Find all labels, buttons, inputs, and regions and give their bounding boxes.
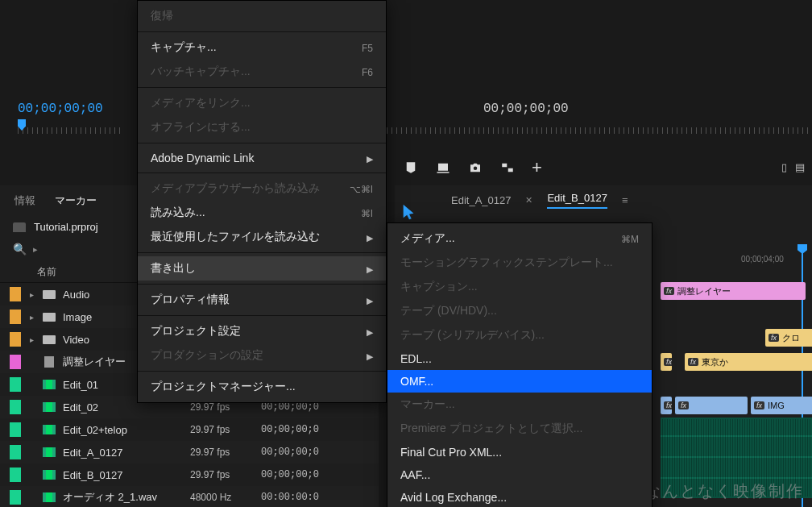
menu-item: マーカー... xyxy=(387,393,652,417)
menu-item[interactable]: キャプチャ...F5 xyxy=(138,35,386,60)
menu-item: テープ (DV/HDV)... xyxy=(387,299,652,323)
menu-item[interactable]: プロパティ情報▶ xyxy=(138,288,386,312)
menu-item[interactable]: Final Cut Pro XML... xyxy=(387,441,652,463)
timeline-ruler[interactable]: 00;00;04;00 xyxy=(661,255,812,269)
folder-icon xyxy=(42,311,56,322)
program-ruler[interactable] xyxy=(387,121,812,135)
clip-small[interactable]: fx xyxy=(661,353,672,371)
item-timecode: 00;00;00;0 xyxy=(261,424,319,435)
item-timecode: 00;00;00;0 xyxy=(261,401,319,413)
project-item[interactable]: Edit_02+telop 29.97 fps 00;00;00;0 xyxy=(0,418,379,441)
source-monitor: 00;00;00;00 xyxy=(0,0,137,161)
seq-icon xyxy=(42,379,56,390)
project-filename: Tutorial.prproj xyxy=(34,221,98,233)
menu-item: キャプション... xyxy=(387,275,652,299)
compare-icon[interactable] xyxy=(499,160,516,175)
menu-item[interactable]: 最近使用したファイルを読み込む▶ xyxy=(138,225,386,249)
clip-tokyo[interactable]: fx東京か xyxy=(685,353,812,371)
item-fps: 29.97 fps xyxy=(190,424,255,435)
item-fps: 48000 Hz xyxy=(190,492,255,503)
clip-v1a[interactable]: fx xyxy=(661,397,672,414)
tab-markers[interactable]: マーカー xyxy=(55,193,97,208)
label-color xyxy=(10,355,21,369)
new-item-icon[interactable]: ▤ xyxy=(795,161,805,173)
menu-item[interactable]: AAF... xyxy=(387,463,652,486)
file-menu: 復帰キャプチャ...F5バッチキャプチャ...F6メディアをリンク...オフライ… xyxy=(137,0,387,403)
folder-icon xyxy=(42,334,56,345)
export-submenu: メディア...⌘Mモーショングラフィックステンプレート...キャプション...テ… xyxy=(387,222,652,507)
menu-item[interactable]: OMF... xyxy=(387,370,652,393)
timeline-tab-b[interactable]: Edit_B_0127 xyxy=(547,192,607,209)
label-color xyxy=(10,445,21,459)
seq-icon xyxy=(42,401,56,413)
project-item[interactable]: Edit_A_0127 29.97 fps 00;00;00;0 xyxy=(0,441,379,463)
label-color xyxy=(10,332,21,347)
label-color xyxy=(10,287,21,301)
menu-item[interactable]: プロジェクト設定▶ xyxy=(138,319,386,343)
search-icon[interactable]: 🔍 xyxy=(13,243,27,256)
project-item[interactable]: オーディオ 2_1.wav 48000 Hz 00:00:00:0 xyxy=(0,486,379,507)
expand-icon[interactable]: ▸ xyxy=(27,313,35,322)
bin-icon[interactable]: ▯ xyxy=(781,161,787,173)
selection-tool-icon[interactable] xyxy=(400,203,418,221)
label-color xyxy=(10,310,21,324)
doc-icon xyxy=(42,356,56,368)
tab-info[interactable]: 情報 xyxy=(14,193,35,208)
timeline-tab-a[interactable]: Edit_A_0127 xyxy=(451,194,511,206)
camera-icon[interactable] xyxy=(467,160,483,175)
menu-item: メディアをリンク... xyxy=(138,91,386,115)
menu-item: 復帰 xyxy=(138,4,386,28)
panel-menu-icon[interactable]: ≡ xyxy=(622,194,628,206)
item-fps: 29.97 fps xyxy=(190,401,255,413)
clip-kuro[interactable]: fxクロ xyxy=(765,329,812,347)
seq-icon xyxy=(42,424,56,435)
source-ruler[interactable] xyxy=(18,121,122,135)
add-button-icon[interactable]: + xyxy=(532,157,542,178)
menu-item: オフラインにする... xyxy=(138,115,386,139)
menu-item[interactable]: EDL... xyxy=(387,347,652,370)
aud-icon xyxy=(42,492,56,503)
seq-icon xyxy=(42,447,56,458)
item-fps: 29.97 fps xyxy=(190,469,255,480)
export-frame-icon[interactable] xyxy=(435,160,451,175)
program-monitor: 00;00;00;00 + xyxy=(387,0,812,161)
expand-icon[interactable]: ▸ xyxy=(27,290,35,299)
seq-icon xyxy=(42,469,56,480)
clip-v1b[interactable]: fx xyxy=(675,397,748,414)
label-color xyxy=(10,468,21,482)
close-tab-icon[interactable]: ✕ xyxy=(525,195,532,206)
add-marker-icon[interactable] xyxy=(403,160,419,175)
menu-item[interactable]: Avid Log Exchange... xyxy=(387,486,652,507)
project-item[interactable]: Edit_B_0127 29.97 fps 00;00;00;0 xyxy=(0,463,379,486)
item-name: Edit_A_0127 xyxy=(63,447,184,459)
menu-item: バッチキャプチャ...F6 xyxy=(138,60,386,84)
menu-item: テープ (シリアルデバイス)... xyxy=(387,323,652,347)
menu-item: メディアブラウザーから読み込み⌥⌘I xyxy=(138,177,386,201)
menu-item[interactable]: プロジェクトマネージャー... xyxy=(138,375,386,399)
item-timecode: 00;00;00;0 xyxy=(261,469,319,480)
chevron-right-icon[interactable]: ▸ xyxy=(33,244,38,255)
label-color xyxy=(10,377,21,392)
program-timecode: 00;00;00;00 xyxy=(483,102,569,116)
menu-item[interactable]: Adobe Dynamic Link▶ xyxy=(138,147,386,169)
clip-adjustment[interactable]: fx調整レイヤー xyxy=(661,282,806,300)
project-icon xyxy=(13,222,26,232)
menu-item[interactable]: 読み込み...⌘I xyxy=(138,201,386,225)
label-color xyxy=(10,400,21,414)
label-color xyxy=(10,490,21,505)
item-timecode: 00;00;00;0 xyxy=(261,447,319,458)
item-timecode: 00:00:00:0 xyxy=(261,492,319,503)
clip-img[interactable]: fxIMG xyxy=(751,397,812,414)
item-name: オーディオ 2_1.wav xyxy=(63,490,184,505)
item-name: Edit_B_0127 xyxy=(63,469,184,481)
menu-item: プロダクションの設定▶ xyxy=(138,343,386,368)
item-name: Edit_02+telop xyxy=(63,424,184,436)
expand-icon[interactable]: ▸ xyxy=(27,335,35,344)
menu-item[interactable]: 書き出し▶ xyxy=(138,256,386,281)
menu-item: モーショングラフィックステンプレート... xyxy=(387,251,652,275)
menu-item: Premiere プロジェクトとして選択... xyxy=(387,417,652,441)
ruler-tick: 00;00;04;00 xyxy=(741,255,784,264)
folder-icon xyxy=(42,289,56,300)
svg-point-0 xyxy=(474,167,478,171)
menu-item[interactable]: メディア...⌘M xyxy=(387,226,652,251)
